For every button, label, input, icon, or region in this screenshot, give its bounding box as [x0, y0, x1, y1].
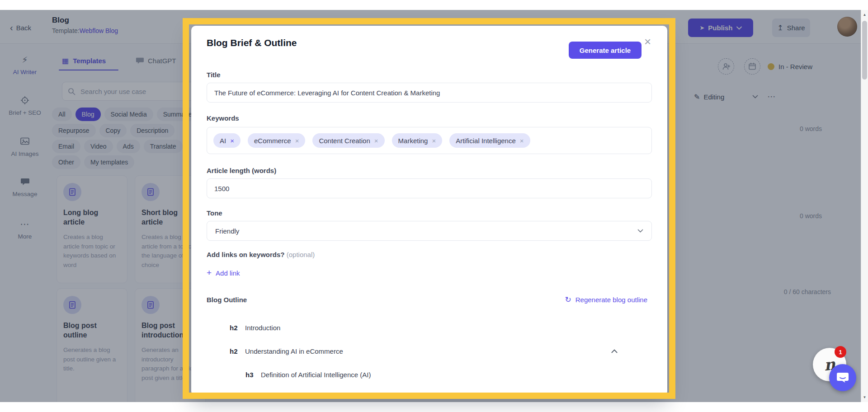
article-length-label: Article length (words) [207, 167, 276, 174]
browser-scrollbar[interactable]: ▲ ▼ [861, 10, 868, 402]
title-input[interactable] [207, 83, 652, 103]
screenshot-stage: ‹ Back Blog Template:Webflow Blog ➤ Publ… [0, 0, 868, 412]
add-link-button[interactable]: + Add link [207, 268, 240, 278]
notification-badge: 1 [835, 346, 846, 358]
add-links-question: Add links on keywords? [207, 251, 285, 258]
intercom-chat-button[interactable] [829, 364, 856, 391]
heading-text: Understanding AI in eCommerce [245, 347, 343, 355]
keyword-chip: AI × [213, 133, 241, 148]
heading-tag: h2 [230, 347, 245, 355]
scroll-up-arrow[interactable]: ▲ [861, 13, 868, 17]
chevron-up-icon[interactable] [611, 349, 618, 353]
outline-row[interactable]: h2 Understanding AI in eCommerce [207, 342, 652, 360]
remove-keyword-icon[interactable]: × [295, 137, 299, 145]
blog-brief-outline-modal: Blog Brief & Outline Generate article × … [191, 26, 667, 396]
keyword-chip: Marketing × [392, 133, 443, 148]
add-link-label: Add link [216, 269, 240, 277]
keyword-label: eCommerce [254, 137, 291, 145]
refresh-icon: ↻ [565, 295, 571, 304]
blog-outline-header: Blog Outline ↻ Regenerate blog outline [207, 295, 647, 304]
close-icon[interactable]: × [644, 36, 651, 47]
generate-article-button[interactable]: Generate article [569, 42, 642, 59]
keywords-input-box[interactable]: AI × eCommerce × Content Creation × Mark… [207, 127, 652, 154]
chat-bubble-icon [836, 372, 849, 384]
keyword-label: Artificial Intelligence [456, 137, 516, 145]
heading-tag: h2 [230, 324, 245, 332]
tone-value: Friendly [215, 227, 239, 235]
keywords-field-label: Keywords [207, 114, 239, 122]
outline-row[interactable]: h2 Introduction [207, 318, 652, 337]
outline-row[interactable]: h3 Importance of AI in eCommerce [207, 387, 652, 396]
blog-outline-label: Blog Outline [207, 296, 247, 304]
remove-keyword-icon[interactable]: × [374, 137, 378, 145]
keyword-label: Marketing [398, 137, 428, 145]
keyword-label: AI [220, 137, 226, 145]
title-field-label: Title [207, 71, 221, 79]
tone-select[interactable]: Friendly [207, 221, 652, 241]
heading-text: Introduction [245, 324, 280, 332]
heading-tag: h3 [245, 371, 261, 379]
scroll-down-arrow[interactable]: ▼ [861, 395, 868, 399]
heading-text: Definition of Artificial Intelligence (A… [261, 371, 371, 379]
keyword-chip: Content Creation × [312, 133, 384, 148]
outline-row[interactable]: h3 Definition of Artificial Intelligence… [207, 365, 652, 384]
scrollbar-thumb[interactable] [862, 21, 867, 80]
keyword-chip: Artificial Intelligence × [449, 133, 530, 148]
regenerate-outline-button[interactable]: ↻ Regenerate blog outline [565, 295, 647, 304]
modal-title: Blog Brief & Outline [207, 37, 297, 48]
remove-keyword-icon[interactable]: × [230, 137, 234, 145]
keyword-chip: eCommerce × [248, 133, 305, 148]
remove-keyword-icon[interactable]: × [520, 137, 524, 145]
article-length-input[interactable] [207, 178, 652, 198]
regenerate-label: Regenerate blog outline [576, 296, 647, 304]
heading-text: Importance of AI in eCommerce [261, 393, 356, 396]
remove-keyword-icon[interactable]: × [432, 137, 436, 145]
optional-hint: (optional) [287, 251, 315, 258]
chevron-down-icon [637, 229, 643, 233]
heading-tag: h3 [245, 393, 261, 396]
add-links-label: Add links on keywords? (optional) [207, 251, 315, 258]
tone-label: Tone [207, 209, 222, 217]
plus-icon: + [207, 268, 212, 278]
keyword-label: Content Creation [319, 137, 370, 145]
